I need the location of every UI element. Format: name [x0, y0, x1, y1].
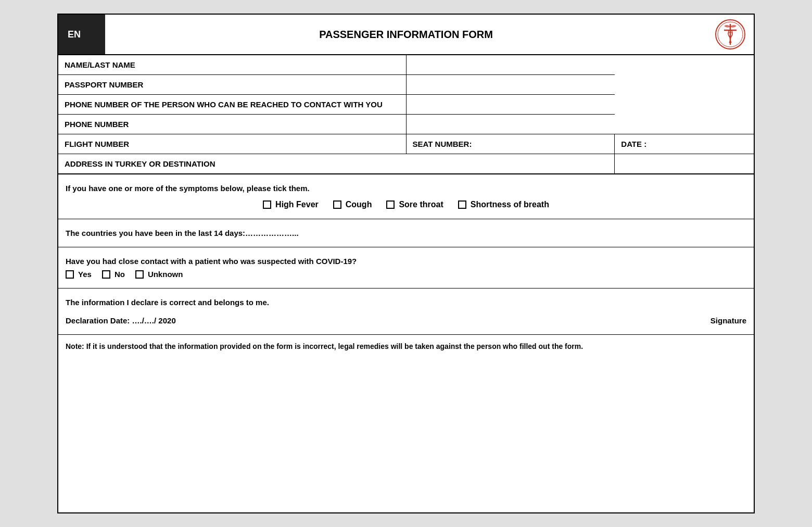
sore-throat-label: Sore throat — [399, 200, 443, 209]
symptoms-intro: If you have one or more of the symptoms … — [66, 184, 746, 193]
declaration-date: Declaration Date: …./…./ 2020 — [66, 316, 176, 325]
declaration-text: The information I declare is correct and… — [66, 298, 746, 307]
sore-throat-checkbox[interactable] — [386, 200, 395, 209]
header-row: EN PASSENGER INFORMATION FORM — [58, 15, 754, 55]
declaration-section: The information I declare is correct and… — [58, 288, 754, 335]
note-section: Note: If it is understood that the infor… — [58, 335, 754, 358]
name-value[interactable] — [406, 55, 615, 75]
phone-row: PHONE NUMBER — [58, 115, 754, 134]
contact-section: Have you had close contact with a patien… — [58, 247, 754, 288]
phone-value[interactable] — [406, 115, 615, 134]
unknown-checkbox[interactable] — [135, 270, 144, 279]
name-row: NAME/LAST NAME — [58, 55, 754, 75]
no-checkbox[interactable] — [102, 270, 110, 279]
unknown-label: Unknown — [148, 270, 183, 279]
countries-label: The countries you have been in the last … — [66, 229, 299, 237]
phone-contact-value[interactable] — [406, 95, 615, 115]
date-label: DATE : — [615, 134, 754, 154]
yes-label: Yes — [78, 270, 92, 279]
address-label: ADDRESS IN TURKEY OR DESTINATION — [58, 154, 615, 174]
symptom-high-fever[interactable]: High Fever — [263, 200, 319, 209]
lang-label: EN — [58, 15, 105, 54]
cough-checkbox[interactable] — [333, 200, 341, 209]
high-fever-label: High Fever — [275, 200, 319, 209]
seat-label: SEAT NUMBER: — [406, 134, 615, 154]
form-container: EN PASSENGER INFORMATION FORM — [57, 14, 755, 513]
logo-cell — [707, 15, 754, 54]
phone-contact-label: PHONE NUMBER OF THE PERSON WHO CAN BE RE… — [58, 95, 406, 115]
contact-unknown[interactable]: Unknown — [135, 270, 183, 279]
contact-yes[interactable]: Yes — [66, 270, 92, 279]
cough-label: Cough — [346, 200, 372, 209]
contact-no[interactable]: No — [102, 270, 125, 279]
note-text: Note: If it is understood that the infor… — [66, 342, 583, 350]
contact-question: Have you had close contact with a patien… — [66, 257, 746, 266]
yes-checkbox[interactable] — [66, 270, 74, 279]
flight-label: FLIGHT NUMBER — [58, 134, 406, 154]
symptoms-section: If you have one or more of the symptoms … — [58, 174, 754, 219]
passport-label: PASSPORT NUMBER — [58, 75, 406, 95]
address-row: ADDRESS IN TURKEY OR DESTINATION — [58, 154, 754, 174]
declaration-date-sig: Declaration Date: …./…./ 2020 Signature — [66, 316, 746, 325]
high-fever-checkbox[interactable] — [263, 200, 271, 209]
passport-value[interactable] — [406, 75, 615, 95]
symptom-shortness-of-breath[interactable]: Shortness of breath — [458, 200, 549, 209]
shortness-label: Shortness of breath — [471, 200, 549, 209]
phone-contact-row: PHONE NUMBER OF THE PERSON WHO CAN BE RE… — [58, 95, 754, 115]
symptoms-list: High Fever Cough Sore throat Shortness o… — [66, 200, 746, 209]
no-label: No — [115, 270, 125, 279]
form-title: PASSENGER INFORMATION FORM — [105, 15, 707, 54]
fields-table: NAME/LAST NAME PASSPORT NUMBER PHONE NUM… — [58, 55, 754, 174]
shortness-checkbox[interactable] — [458, 200, 466, 209]
medical-logo-icon — [715, 19, 746, 50]
signature-label: Signature — [710, 316, 746, 325]
symptom-sore-throat[interactable]: Sore throat — [386, 200, 443, 209]
name-label: NAME/LAST NAME — [58, 55, 406, 75]
flight-seat-date-row: FLIGHT NUMBER SEAT NUMBER: DATE : — [58, 134, 754, 154]
contact-options: Yes No Unknown — [66, 270, 746, 279]
address-value[interactable] — [615, 154, 754, 174]
phone-label: PHONE NUMBER — [58, 115, 406, 134]
passport-row: PASSPORT NUMBER — [58, 75, 754, 95]
countries-section: The countries you have been in the last … — [58, 219, 754, 247]
symptom-cough[interactable]: Cough — [333, 200, 372, 209]
